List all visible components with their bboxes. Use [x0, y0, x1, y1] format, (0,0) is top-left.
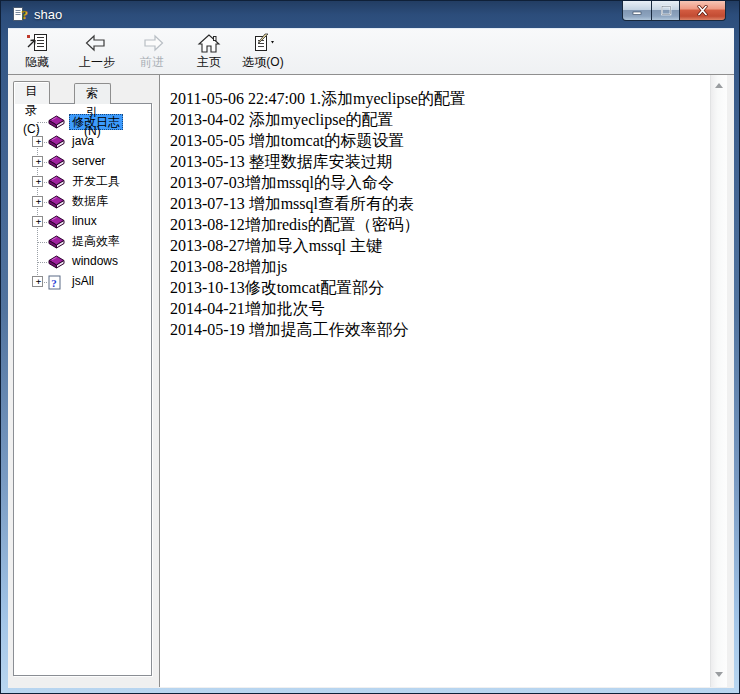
tree-item-label: linux	[69, 214, 100, 230]
tree-item-label: 数据库	[69, 194, 111, 210]
window-controls	[622, 1, 726, 21]
tab-contents[interactable]: 目录(C)	[13, 81, 50, 104]
changelog-text: 2011-05-06 22:47:00 1.添加myeclipse的配置2013…	[160, 75, 727, 340]
tree-branch-stub	[38, 262, 47, 263]
help-viewer-window: ? shao	[0, 0, 740, 694]
content-line: 2013-07-13 增加mssql查看所有的表	[170, 193, 701, 214]
client-area: 隐藏 上一步 前进	[8, 28, 734, 688]
tree-item[interactable]: ? jsAll	[14, 272, 151, 292]
pane-splitter[interactable]	[152, 75, 159, 687]
book-icon	[48, 175, 65, 189]
tree-branch-stub	[38, 242, 47, 243]
home-button[interactable]: 主页	[186, 32, 232, 73]
content-line: 2014-05-19 增加提高工作效率部分	[170, 319, 701, 340]
book-icon	[48, 235, 65, 249]
tree-item[interactable]: 数据库	[14, 192, 151, 212]
tree-item-label: windows	[69, 254, 121, 270]
minimize-button[interactable]	[622, 1, 652, 21]
tree-item[interactable]: server	[14, 152, 151, 172]
hide-button[interactable]: 隐藏	[14, 32, 60, 73]
scroll-down-icon[interactable]	[715, 672, 723, 677]
forward-arrow-icon	[128, 33, 176, 56]
options-button[interactable]: 选项(O)	[234, 32, 292, 73]
book-icon	[48, 215, 65, 229]
book-icon	[48, 255, 65, 269]
book-icon	[48, 195, 65, 209]
toolbar: 隐藏 上一步 前进	[8, 29, 734, 75]
tree-item-label: jsAll	[69, 274, 97, 290]
forward-button-label: 前进	[128, 56, 176, 69]
titlebar[interactable]: ? shao	[1, 1, 739, 28]
back-button[interactable]: 上一步	[66, 32, 128, 73]
content-line: 2013-07-03增加mssql的导入命令	[170, 172, 701, 193]
book-icon	[48, 135, 65, 149]
content-line: 2013-08-27增加导入mssql 主键	[170, 235, 701, 256]
close-button[interactable]	[680, 1, 726, 21]
options-icon	[234, 33, 292, 56]
content-line: 2013-08-28增加js	[170, 256, 701, 277]
hide-button-label: 隐藏	[14, 56, 60, 69]
help-page-icon: ?	[48, 275, 61, 290]
tab-index[interactable]: 索引(N)	[74, 83, 111, 104]
tree-item-label: server	[69, 154, 108, 170]
maximize-button[interactable]	[652, 1, 680, 21]
expand-plus-icon[interactable]	[32, 196, 43, 207]
tree-item[interactable]: windows	[14, 252, 151, 272]
content-line: 2013-04-02 添加myeclipse的配置	[170, 109, 701, 130]
forward-button[interactable]: 前进	[128, 32, 176, 73]
expand-plus-icon[interactable]	[32, 276, 43, 287]
expand-plus-icon[interactable]	[32, 176, 43, 187]
content-line: 2013-08-12增加redis的配置（密码）	[170, 214, 701, 235]
content-line: 2011-05-06 22:47:00 1.添加myeclipse的配置	[170, 88, 701, 109]
content-line: 2014-04-21增加批次号	[170, 298, 701, 319]
scroll-up-icon[interactable]	[715, 83, 723, 88]
topic-content-pane[interactable]: 2011-05-06 22:47:00 1.添加myeclipse的配置2013…	[159, 75, 727, 687]
expand-plus-icon[interactable]	[32, 156, 43, 167]
tree-item-label: 提高效率	[69, 234, 123, 250]
tree-item[interactable]: 开发工具	[14, 172, 151, 192]
expand-plus-icon[interactable]	[32, 216, 43, 227]
svg-text:?: ?	[22, 7, 29, 22]
tree-item[interactable]: 提高效率	[14, 232, 151, 252]
content-line: 2013-05-13 整理数据库安装过期	[170, 151, 701, 172]
back-arrow-icon	[66, 33, 128, 56]
book-icon	[48, 115, 65, 129]
vertical-scrollbar[interactable]	[710, 75, 727, 687]
svg-text:?: ?	[51, 277, 57, 289]
contents-tree-panel[interactable]: 修改日志 java server 开发工具	[13, 103, 152, 676]
back-button-label: 上一步	[66, 56, 128, 69]
hide-panel-icon	[14, 33, 60, 56]
book-icon	[48, 155, 65, 169]
tree-item-label: 开发工具	[69, 174, 123, 190]
chm-help-icon: ?	[12, 6, 28, 22]
home-icon	[186, 33, 232, 56]
window-title: shao	[34, 7, 62, 22]
content-line: 2013-05-05 增加tomcat的标题设置	[170, 130, 701, 151]
options-button-label: 选项(O)	[234, 56, 292, 69]
content-line: 2013-10-13修改tomcat配置部分	[170, 277, 701, 298]
home-button-label: 主页	[186, 56, 232, 69]
tree-item[interactable]: linux	[14, 212, 151, 232]
